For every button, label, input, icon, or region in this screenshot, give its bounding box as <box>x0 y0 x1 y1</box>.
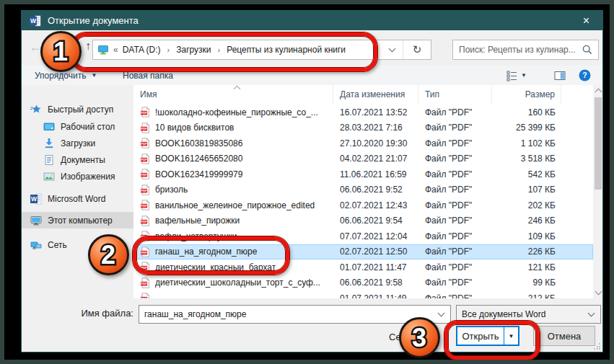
filename-value: ганаш_на_ягодном_пюре <box>144 309 439 319</box>
svg-text:PDF: PDF <box>141 127 148 130</box>
file-row[interactable]: PDF BOOK1603819835086 27.10.2020 19:30 Ф… <box>133 136 593 151</box>
svg-text:2: 2 <box>101 240 115 270</box>
svg-text:PDF: PDF <box>141 111 148 115</box>
preview-pane-button[interactable] <box>554 66 566 85</box>
file-name: ванильное_желеиное_пирожное_edited <box>155 200 315 210</box>
address-dropdown-icon[interactable] <box>381 48 403 51</box>
svg-text:PDF: PDF <box>141 189 148 192</box>
svg-text:PDF: PDF <box>141 158 148 161</box>
sidebar-item-label: Загрузки <box>61 138 138 148</box>
preview-pane-icon <box>554 70 566 81</box>
search-icon[interactable] <box>582 44 593 56</box>
file-row[interactable]: PDF бризоль 06.06.2021 9:52 Файл "PDF" 1… <box>133 182 593 198</box>
sidebar-item-microsoft-word[interactable]: W Microsoft Word <box>22 190 142 207</box>
sort-ascending-icon <box>234 86 241 93</box>
file-name-cell: PDF BOOK1623419999979 <box>133 169 333 179</box>
file-row[interactable]: PDF 10 видов бисквитов 28.03.2021 7:16 Ф… <box>133 120 593 136</box>
file-date: 07.07.2021 12:04 <box>333 231 418 241</box>
annotation-step-3: 3 <box>399 317 440 358</box>
scroll-up-icon[interactable] <box>595 89 602 96</box>
column-header-spacer <box>561 85 593 105</box>
pdf-file-icon: PDF <box>140 185 151 195</box>
column-header-size[interactable]: Размер <box>492 85 561 105</box>
pdf-file-icon: PDF <box>140 200 151 210</box>
help-button[interactable]: ? <box>579 66 591 85</box>
help-icon: ? <box>579 69 591 81</box>
column-header-name[interactable]: Имя <box>133 85 333 105</box>
search-input[interactable]: Поиск: Рецепты из кулинар... <box>452 40 599 60</box>
chevron-down-icon: ▼ <box>521 72 527 79</box>
file-row[interactable]: PDF 01.07.2021 11:49 Файл "PDF" 212 КБ <box>133 290 593 298</box>
file-type: Файл "PDF" <box>418 216 492 226</box>
file-name: BOOK1603819835086 <box>155 138 242 148</box>
file-size: 25 399 КБ <box>492 123 561 133</box>
file-date: 06.06.2021 9:54 <box>333 216 418 226</box>
chevron-down-icon: ▼ <box>91 72 97 79</box>
file-name-cell: PDF 10 видов бисквитов <box>133 123 333 133</box>
file-name: BOOK1623419999979 <box>155 169 242 179</box>
sidebar-item-label: Быстрый доступ <box>48 105 142 115</box>
file-row[interactable]: PDF вафельные_пирожки 06.06.2021 9:54 Фа… <box>133 213 593 229</box>
scrollbar[interactable] <box>593 85 602 298</box>
file-row[interactable]: PDF BOOK1623419999979 11.06.2021 16:59 Ф… <box>133 167 593 182</box>
pdf-file-icon: PDF <box>140 123 151 133</box>
cancel-button[interactable]: Отмена <box>533 326 595 346</box>
file-row[interactable]: PDF BOOK1612465652080 04.02.2021 21:07 Ф… <box>133 151 593 167</box>
screenshot-frame: W Открытие документа × ← ↑ « DATA (D:) ›… <box>0 0 614 364</box>
annotation-step-1: 1 <box>40 31 82 72</box>
file-size: 99 КБ <box>492 278 561 288</box>
chevron-down-icon[interactable] <box>438 310 445 317</box>
pdf-file-icon: PDF <box>140 216 151 226</box>
list-header: Имя Дата изменения Тип Размер <box>133 85 593 105</box>
pdf-file-icon: PDF <box>140 293 151 298</box>
svg-text:PDF: PDF <box>141 220 148 223</box>
pdf-file-icon: PDF <box>140 107 151 117</box>
close-icon[interactable]: × <box>570 11 602 30</box>
pictures-icon <box>43 171 55 182</box>
scrollbar-thumb[interactable] <box>595 97 602 190</box>
search-placeholder: Поиск: Рецепты из кулинар... <box>459 45 582 55</box>
file-name: !шоколадно-кофеиные_пирожные_со_... <box>155 107 318 117</box>
file-date: 02.07.2021 12:43 <box>333 200 418 210</box>
file-date: 01.07.2021 11:47 <box>333 262 418 272</box>
file-name-cell: PDF BOOK1603819835086 <box>133 138 333 148</box>
file-date: 27.10.2020 19:30 <box>333 138 418 148</box>
file-type: Файл "PDF" <box>418 154 492 164</box>
resize-grip-icon[interactable] <box>594 343 600 350</box>
sidebar-item-quick-access[interactable]: Быстрый доступ <box>22 101 142 117</box>
file-name-cell: PDF <box>133 293 333 298</box>
file-name: вафельные_пирожки <box>155 216 240 226</box>
sidebar-item-label: Изображения <box>61 172 138 182</box>
column-header-type[interactable]: Тип <box>418 85 492 105</box>
file-size: 1 102 КБ <box>492 138 561 148</box>
annotation-box-address <box>71 32 377 71</box>
sidebar-item-this-pc[interactable]: Этот компьютер <box>22 212 142 228</box>
pdf-file-icon: PDF <box>140 154 151 164</box>
file-row[interactable]: PDF диетическии_шоколадныи_торт_с_суф...… <box>133 275 593 291</box>
annotation-box-selected-file <box>133 236 289 275</box>
file-date: 06.06.2021 9:52 <box>333 185 418 195</box>
svg-text:?: ? <box>582 71 587 79</box>
file-name: диетическии_шоколадныи_торт_с_суф... <box>155 278 320 288</box>
sidebar-item-label: Рабочий стол <box>61 122 138 132</box>
column-header-date[interactable]: Дата изменения <box>333 85 418 105</box>
file-name-cell: PDF вафельные_пирожки <box>133 216 333 226</box>
file-row[interactable]: PDF ванильное_желеиное_пирожное_edited 0… <box>133 197 593 213</box>
file-size: 202 КБ <box>492 200 561 210</box>
file-size: 226 КБ <box>492 247 561 257</box>
file-size: 121 КБ <box>492 262 561 272</box>
file-type: Файл "PDF" <box>418 262 492 272</box>
change-view-button[interactable]: ▼ <box>506 66 527 85</box>
filename-label: Имя файла: <box>22 308 133 319</box>
file-name-cell: PDF бризоль <box>133 185 333 195</box>
chevron-down-icon[interactable] <box>588 310 595 317</box>
refresh-icon[interactable]: ↻ <box>403 43 431 56</box>
annotation-number: 3 <box>401 319 438 356</box>
file-date: 16.07.2021 13:52 <box>333 107 418 117</box>
file-type: Файл "PDF" <box>418 278 492 288</box>
scroll-down-icon[interactable] <box>595 288 602 296</box>
word-icon: W <box>30 193 42 205</box>
list-view-icon <box>506 70 518 81</box>
file-row[interactable]: PDF !шоколадно-кофеиные_пирожные_со_... … <box>133 105 593 120</box>
pdf-file-icon: PDF <box>140 138 151 148</box>
